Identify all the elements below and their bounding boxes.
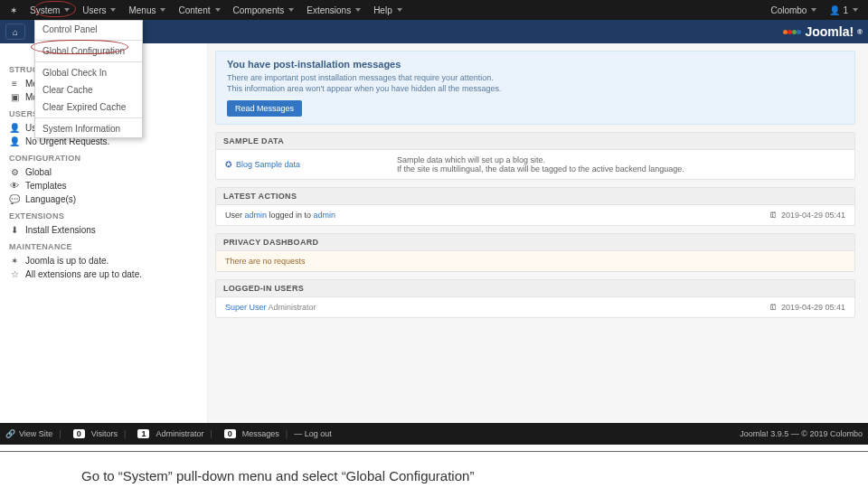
user-menu[interactable]: Colombo (764, 5, 823, 15)
dd-clear-cache[interactable]: Clear Cache (35, 81, 142, 99)
joomla-icon[interactable]: ✶ (4, 5, 24, 15)
action-target-link[interactable]: admin (314, 211, 336, 220)
sidebar-item[interactable]: ⬇Install Extensions (9, 223, 198, 237)
sidebar-item-label: Templates (25, 181, 67, 191)
main-area: You have post-installation messages Ther… (208, 43, 868, 423)
sidebar-icon: 👤 (9, 123, 20, 133)
sidebar-icon: ▣ (9, 92, 20, 102)
footer-version: Joomla! 3.9.5 — © 2019 Colombo (740, 429, 863, 438)
dd-system-info[interactable]: System Information (35, 120, 142, 137)
messages-label[interactable]: Messages (242, 429, 279, 438)
sidebar-item-label: Install Extensions (25, 225, 96, 235)
sidebar-icon: 👁 (9, 181, 20, 191)
caret-down-icon (853, 8, 858, 12)
logged-users-panel: LOGGED-IN USERS Super User Administrator… (215, 279, 855, 318)
info-title: You have post-installation messages (227, 59, 844, 70)
joomla-logo-icon (783, 30, 801, 34)
brand: Joomla!® (783, 24, 863, 39)
sidebar-icon: 👤 (9, 136, 20, 146)
calendar-icon: 🗓 (769, 303, 778, 312)
visitor-count: 0 (73, 429, 85, 438)
sidebar-item[interactable]: ☆All extensions are up to date. (9, 267, 198, 281)
sidebar-group-title: MAINTENANCE (9, 242, 198, 251)
blog-sample-link[interactable]: Blog Sample data (236, 160, 300, 169)
view-site-link[interactable]: View Site (19, 429, 52, 438)
sidebar-item-label: Global (25, 167, 52, 177)
sidebar-icon: ⬇ (9, 225, 20, 235)
dd-control-panel[interactable]: Control Panel (35, 21, 142, 38)
privacy-panel: PRIVACY DASHBOARD There are no requests (215, 233, 855, 272)
home-icon: ⌂ (13, 27, 18, 37)
menu-help[interactable]: Help (367, 5, 409, 15)
action-user-link[interactable]: admin (245, 211, 268, 220)
info-line: There are important post installation me… (227, 73, 844, 82)
panel-header: PRIVACY DASHBOARD (216, 234, 854, 251)
top-menubar: ✶ System Users Menus Content Components … (0, 0, 868, 20)
panel-header: LOGGED-IN USERS (216, 280, 854, 297)
post-install-panel: You have post-installation messages Ther… (215, 51, 855, 125)
sidebar-item-label: Joomla is up to date. (25, 256, 108, 266)
info-line: This information area won't appear when … (227, 84, 844, 93)
caret-down-icon (215, 8, 221, 12)
calendar-icon: 🗓 (769, 211, 778, 220)
dd-global-checkin[interactable]: Global Check In (35, 64, 142, 81)
menu-menus[interactable]: Menus (122, 5, 172, 15)
link-icon: 🔗 (5, 429, 15, 438)
star-icon: ✪ (225, 160, 232, 169)
visitors-label[interactable]: Visitors (91, 429, 118, 438)
caret-down-icon (355, 8, 361, 12)
sidebar-item[interactable]: ⚙Global (9, 165, 198, 179)
menu-extensions[interactable]: Extensions (300, 5, 367, 15)
sidebar-icon: ☆ (9, 269, 20, 279)
read-messages-button[interactable]: Read Messages (227, 100, 302, 117)
action-date: 2019-04-29 05:41 (781, 211, 845, 220)
privacy-text: There are no requests (216, 251, 854, 271)
brand-text: Joomla! (805, 24, 854, 39)
caret-down-icon (160, 8, 165, 12)
sample-desc: If the site is multilingual, the data wi… (397, 164, 845, 174)
sidebar-icon: 💬 (9, 194, 20, 204)
action-text: User (225, 211, 245, 220)
sidebar-icon: ✶ (9, 256, 20, 266)
user-count[interactable]: 👤1 (823, 5, 864, 15)
msg-count: 0 (224, 429, 236, 438)
panel-header: SAMPLE DATA (216, 133, 854, 150)
sidebar-group-title: EXTENSIONS (9, 211, 198, 221)
menu-content[interactable]: Content (172, 5, 226, 15)
sidebar-group-title: CONFIGURATION (9, 154, 198, 163)
sidebar-item-label: All extensions are up to date. (25, 269, 142, 279)
menu-users[interactable]: Users (76, 5, 122, 15)
caret-down-icon (110, 8, 116, 12)
sidebar-item[interactable]: 💬Language(s) (9, 192, 198, 206)
logout-link[interactable]: — Log out (294, 429, 332, 438)
menu-system[interactable]: System (24, 5, 76, 15)
sidebar-item-label: Language(s) (25, 194, 76, 204)
sample-desc: Sample data which will set up a blog sit… (397, 155, 845, 164)
footer-bar: 🔗View Site| 0Visitors| 1Administrator| 0… (0, 423, 868, 445)
panel-header: LATEST ACTIONS (216, 188, 854, 205)
menu-components[interactable]: Components (227, 5, 301, 15)
sidebar-icon: ≡ (9, 79, 20, 89)
slide-caption: Go to “System” pull-down menu and select… (0, 452, 868, 488)
sidebar-item[interactable]: 👁Templates (9, 179, 198, 192)
latest-actions-panel: LATEST ACTIONS User admin logged in to a… (215, 187, 855, 226)
caret-down-icon (64, 8, 70, 12)
dd-global-config[interactable]: Global Configuration (35, 42, 142, 60)
sidebar-icon: ⚙ (9, 167, 20, 177)
dd-separator (35, 117, 142, 118)
dd-separator (35, 61, 142, 62)
dd-clear-expired[interactable]: Clear Expired Cache (35, 99, 142, 116)
dd-separator (35, 40, 142, 41)
admin-label[interactable]: Administrator (156, 429, 203, 438)
sidebar-item[interactable]: ✶Joomla is up to date. (9, 254, 198, 267)
caret-down-icon (397, 8, 402, 12)
action-text: logged in to (267, 211, 314, 220)
system-dropdown: Control Panel Global Configuration Globa… (34, 20, 143, 138)
home-button[interactable]: ⌂ (5, 23, 25, 40)
caret-down-icon (288, 8, 294, 12)
logged-user-link[interactable]: Super User (225, 303, 267, 312)
caret-down-icon (811, 8, 816, 12)
sample-data-panel: SAMPLE DATA ✪Blog Sample data Sample dat… (215, 132, 855, 180)
logged-role: Administrator (267, 303, 316, 312)
logged-date: 2019-04-29 05:41 (781, 303, 845, 312)
